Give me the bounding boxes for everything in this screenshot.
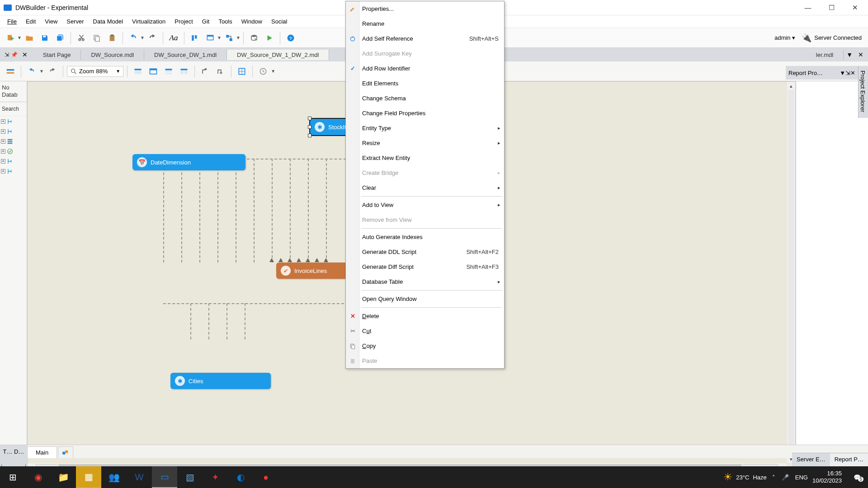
tree-item[interactable]: + bbox=[1, 128, 26, 135]
zoom-dropdown-icon[interactable]: ▼ bbox=[116, 69, 120, 74]
ctx-change-field-properties[interactable]: Change Field Properties bbox=[346, 106, 504, 121]
deploy-button[interactable] bbox=[247, 31, 261, 45]
align-button[interactable] bbox=[188, 31, 202, 45]
menu-file[interactable]: File bbox=[3, 16, 21, 27]
view-tab-main[interactable]: Main bbox=[27, 446, 57, 458]
ctx-generate-diff-script[interactable]: Generate Diff ScriptShift+Alt+F3 bbox=[346, 259, 504, 274]
redo-button[interactable] bbox=[146, 31, 159, 45]
tab-close-active[interactable]: ✕ bbox=[855, 51, 866, 58]
tab-dw-source-1[interactable]: DW_Source_DW_1.mdl bbox=[144, 50, 227, 60]
menu-social[interactable]: Social bbox=[267, 16, 292, 27]
ctx-change-schema[interactable]: Change Schema bbox=[346, 91, 504, 106]
sidebar-search[interactable]: Search bbox=[0, 102, 27, 116]
history-button[interactable] bbox=[256, 65, 270, 78]
redo-diagram-button[interactable] bbox=[46, 65, 59, 78]
undo-dropdown[interactable]: ▼ bbox=[140, 35, 145, 40]
toggle-grid-button[interactable] bbox=[235, 65, 249, 78]
notification-button[interactable]: 💬5 bbox=[846, 466, 868, 488]
tray-mic-icon[interactable]: 🎤 bbox=[782, 474, 789, 481]
tab-start-page[interactable]: Start Page bbox=[33, 50, 81, 60]
taskbar-word[interactable]: W bbox=[127, 466, 152, 488]
right-panel-dropdown[interactable]: ▼ bbox=[840, 70, 845, 76]
ctx-delete[interactable]: ✕Delete bbox=[346, 309, 504, 324]
tree-item[interactable]: + bbox=[1, 158, 26, 165]
project-explorer-tab[interactable]: Project Explorer bbox=[858, 66, 868, 118]
start-button[interactable]: ⊞ bbox=[0, 466, 25, 488]
menu-view[interactable]: View bbox=[40, 16, 62, 27]
history-dropdown[interactable]: ▼ bbox=[271, 69, 275, 74]
menu-edit[interactable]: Edit bbox=[21, 16, 40, 27]
right-panel-pin[interactable]: ⇲ bbox=[845, 70, 850, 76]
menu-project[interactable]: Project bbox=[170, 16, 197, 27]
route-2-button[interactable] bbox=[214, 65, 227, 78]
taskbar-chrome[interactable]: ◉ bbox=[25, 466, 51, 488]
taskbar-dwbuilder[interactable]: ▭ bbox=[152, 466, 177, 488]
taskbar-clock[interactable]: 16:35 10/02/2023 bbox=[812, 470, 842, 484]
new-dropdown[interactable]: ▼ bbox=[17, 35, 22, 40]
grid-button[interactable] bbox=[222, 31, 236, 45]
view-mode-2-button[interactable] bbox=[146, 65, 160, 78]
menu-git[interactable]: Git bbox=[198, 16, 214, 27]
undo-button[interactable] bbox=[127, 31, 140, 45]
menu-data-model[interactable]: Data Model bbox=[89, 16, 127, 27]
paste-button[interactable] bbox=[105, 31, 119, 45]
tree-item[interactable]: + bbox=[1, 148, 26, 155]
system-tray[interactable]: ˄ 🎤 ENG bbox=[772, 474, 808, 481]
tab-dw-source-2[interactable]: DW_Source_DW_1_DW_2.mdl bbox=[227, 50, 329, 60]
undo-diagram-dropdown[interactable]: ▼ bbox=[39, 69, 44, 74]
ctx-cut[interactable]: ✂Cut bbox=[346, 324, 504, 338]
ctx-extract-new-entity[interactable]: Extract New Entity bbox=[346, 150, 504, 165]
layout-dropdown[interactable]: ▼ bbox=[217, 35, 222, 40]
tab-list-dropdown[interactable]: ▼ bbox=[844, 51, 855, 58]
ctx-resize[interactable]: Resize▸ bbox=[346, 136, 504, 150]
ctx-copy[interactable]: Copy bbox=[346, 338, 504, 353]
tree-item[interactable]: + bbox=[1, 118, 26, 125]
pin-icon[interactable]: ⇲ bbox=[5, 52, 9, 58]
tab-dw-source[interactable]: DW_Source.mdl bbox=[81, 50, 144, 60]
tree-item[interactable]: + bbox=[1, 138, 26, 145]
ctx-database-table[interactable]: Database Table▸ bbox=[346, 274, 504, 289]
taskbar-app2[interactable]: ✦ bbox=[203, 466, 228, 488]
view-mode-1-button[interactable] bbox=[131, 65, 145, 78]
taskbar-edge[interactable]: ◐ bbox=[228, 466, 253, 488]
route-1-button[interactable] bbox=[198, 65, 212, 78]
copy-button[interactable] bbox=[90, 31, 104, 45]
ctx-properties-[interactable]: Properties... bbox=[346, 1, 504, 16]
bottom-left-tab[interactable]: T… D… bbox=[0, 445, 27, 458]
ctx-edit-elements[interactable]: Edit Elements bbox=[346, 76, 504, 91]
menu-tools[interactable]: Tools bbox=[214, 16, 236, 27]
view-mode-3-button[interactable] bbox=[162, 65, 175, 78]
close-button[interactable]: ✕ bbox=[848, 3, 862, 12]
menu-server[interactable]: Server bbox=[62, 16, 88, 27]
ctx-clear[interactable]: Clear▸ bbox=[346, 180, 504, 195]
ctx-open-query-window[interactable]: Open Query Window bbox=[346, 291, 504, 306]
right-panel-close[interactable]: ✕ bbox=[850, 70, 855, 76]
save-button[interactable] bbox=[38, 31, 52, 45]
maximize-button[interactable]: ☐ bbox=[825, 3, 838, 12]
zoom-control[interactable]: Zoom 88% ▼ bbox=[67, 66, 123, 77]
layout-orthogonal-button[interactable] bbox=[4, 65, 17, 78]
minimize-button[interactable]: — bbox=[801, 3, 815, 12]
entity-datedimension[interactable]: 📅 DateDimension bbox=[132, 154, 245, 170]
taskbar-recorder[interactable]: ● bbox=[253, 466, 278, 488]
ctx-rename[interactable]: Rename bbox=[346, 16, 504, 31]
user-dropdown[interactable]: admin ▾ bbox=[774, 34, 795, 41]
taskbar-sticky[interactable]: ▦ bbox=[76, 466, 101, 488]
vertical-scrollbar[interactable]: ▴▾ bbox=[787, 82, 795, 463]
tray-chevron-icon[interactable]: ˄ bbox=[772, 474, 775, 481]
open-button[interactable] bbox=[23, 31, 36, 45]
tray-lang[interactable]: ENG bbox=[795, 474, 808, 481]
view-add-tab[interactable] bbox=[58, 446, 73, 458]
tab-overflow[interactable]: ler.mdl bbox=[806, 50, 844, 60]
cut-button[interactable] bbox=[75, 31, 88, 45]
taskbar-photos[interactable]: ▧ bbox=[177, 466, 203, 488]
ctx-auto-generate-indexes[interactable]: Auto Generate Indexes bbox=[346, 230, 504, 244]
ctx-add-self-reference[interactable]: Add Self ReferenceShift+Alt+S bbox=[346, 31, 504, 46]
ctx-add-to-view[interactable]: Add to View▸ bbox=[346, 197, 504, 212]
menu-virtualization[interactable]: Virtualization bbox=[127, 16, 170, 27]
undo-diagram-button[interactable] bbox=[25, 65, 38, 78]
menu-window[interactable]: Window bbox=[237, 16, 267, 27]
help-button[interactable]: ? bbox=[284, 31, 297, 45]
entity-cities[interactable]: ✱ Cities bbox=[170, 373, 271, 389]
ctx-add-row-identifier[interactable]: ✓Add Row Identifier bbox=[346, 61, 504, 76]
